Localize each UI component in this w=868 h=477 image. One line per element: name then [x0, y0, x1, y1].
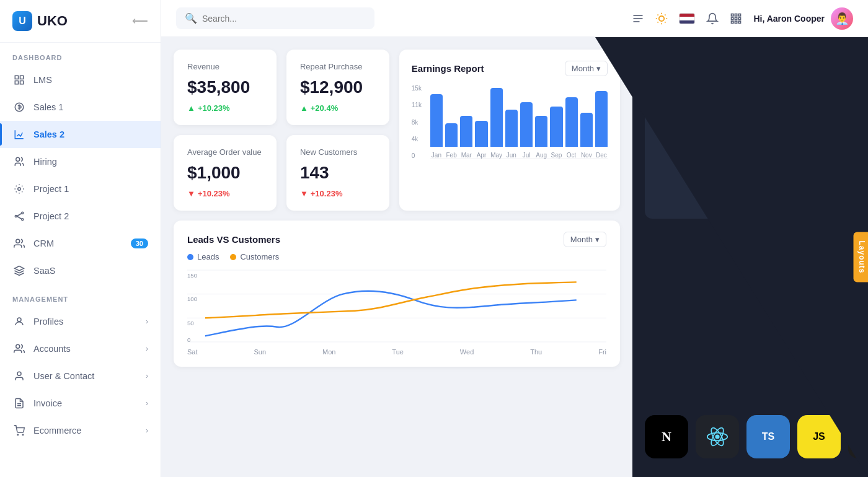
chart-icon	[12, 128, 26, 141]
sidebar-item-sales2-label: Sales 2	[33, 129, 64, 139]
sidebar-item-sales2[interactable]: Sales 2	[0, 121, 161, 148]
layers-icon	[12, 264, 26, 278]
user-area[interactable]: Hi, Aaron Cooper 👨‍💼	[753, 7, 853, 30]
search-input[interactable]	[202, 14, 326, 24]
bar-label: Feb	[446, 152, 456, 159]
sidebar-item-saas-label: SaaS	[33, 266, 55, 276]
javascript-icon[interactable]: JS	[797, 415, 841, 458]
sidebar-item-profiles[interactable]: Profiles ›	[0, 308, 161, 335]
nodes-icon	[12, 209, 26, 223]
dropdown-chevron-icon: ▾	[596, 64, 601, 73]
dashboard-right: Layouts Project Status Avg Range	[632, 37, 868, 477]
svg-rect-36	[732, 17, 733, 19]
sidebar-item-project2[interactable]: Project 2	[0, 203, 161, 230]
earnings-filter-dropdown[interactable]: Month ▾	[565, 61, 608, 76]
leads-chart-title: Leads VS Customers	[187, 234, 280, 245]
bar-column: Aug	[535, 116, 547, 159]
svg-rect-38	[739, 17, 741, 19]
svg-point-15	[16, 344, 20, 348]
x-label-sun: Sun	[254, 348, 266, 356]
bar-mar	[460, 116, 472, 147]
svg-point-5	[16, 157, 20, 161]
leads-dropdown-chevron-icon: ▾	[595, 235, 600, 244]
svg-rect-1	[20, 76, 24, 79]
svg-point-57	[715, 434, 719, 439]
leads-legend-item: Leads	[187, 252, 219, 261]
revenue-value: $35,800	[187, 77, 263, 97]
revenue-label: Revenue	[187, 62, 263, 71]
svg-rect-40	[735, 21, 737, 23]
leads-line	[205, 291, 577, 336]
sidebar-item-project1[interactable]: Project 1	[0, 175, 161, 203]
bar-label: Jun	[507, 152, 516, 159]
sidebar-item-project2-label: Project 2	[33, 211, 69, 221]
search-box[interactable]: 🔍	[176, 7, 374, 29]
x-label-wed: Wed	[460, 348, 474, 356]
typescript-icon[interactable]: TS	[746, 415, 790, 458]
svg-point-8	[22, 212, 24, 214]
avg-value: $1,000	[187, 163, 263, 183]
donut-chart: Avg Range 140	[657, 82, 843, 206]
sidebar-item-saas[interactable]: SaaS	[0, 257, 161, 284]
svg-rect-0	[15, 76, 18, 79]
stat-card-avg-order: Average Order value $1,000 ▼ +10.23%	[174, 135, 277, 211]
sidebar-collapse-button[interactable]: ⟵	[132, 14, 148, 28]
leads-filter-dropdown[interactable]: Month ▾	[564, 232, 606, 247]
stat-card-revenue: Revenue $35,800 ▲ +10.23%	[174, 50, 277, 125]
accounts-chevron-icon: ›	[146, 344, 148, 353]
bar-column: Mar	[460, 116, 472, 159]
tech-stack-area: N TS JS	[645, 229, 856, 465]
sidebar-item-sales1[interactable]: Sales 1	[0, 94, 161, 121]
avg-label: Average Order value	[187, 147, 263, 157]
sidebar-item-crm[interactable]: CRM 30	[0, 230, 161, 257]
bar-label: Sep	[551, 152, 562, 159]
donut-svg: Avg Range 140	[688, 82, 812, 206]
ecommerce-chevron-icon: ›	[146, 426, 148, 435]
logo[interactable]: U UKO	[12, 11, 68, 31]
sidebar-item-crm-label: CRM	[33, 239, 54, 248]
x-label-thu: Thu	[530, 348, 542, 356]
leads-chart-card: Leads VS Customers Month ▾ Leads Custome…	[174, 221, 620, 367]
x-label-sat: Sat	[187, 348, 198, 356]
bar-oct	[565, 97, 578, 147]
sidebar-item-user-contact-label: User & Contact	[33, 371, 94, 381]
bar-label: May	[490, 152, 502, 159]
svg-line-27	[658, 14, 658, 15]
sidebar-item-hiring-label: Hiring	[33, 157, 57, 167]
sidebar-section-dashboard: DASHBOARD	[0, 43, 161, 66]
leads-dot	[187, 254, 193, 260]
grid-icon	[12, 73, 26, 87]
figma-icon[interactable]	[848, 415, 868, 458]
sidebar-item-ecommerce[interactable]: Ecommerce ›	[0, 417, 161, 444]
sidebar-item-project1-label: Project 1	[33, 184, 69, 194]
line-chart-x-labels: Sat Sun Mon Tue Wed Thu Fri	[187, 348, 606, 356]
sidebar-item-invoice[interactable]: Invoice ›	[0, 390, 161, 417]
theme-toggle-icon[interactable]	[655, 12, 668, 25]
x-label-fri: Fri	[598, 348, 606, 356]
apps-icon[interactable]	[730, 12, 742, 25]
sidebar-item-lms[interactable]: LMS	[0, 66, 161, 94]
sidebar-item-hiring[interactable]: Hiring	[0, 148, 161, 175]
sidebar-item-accounts[interactable]: Accounts ›	[0, 335, 161, 362]
flag-icon[interactable]	[679, 13, 695, 24]
project-status-title: Project Status	[657, 62, 843, 72]
svg-text:0: 0	[187, 336, 190, 343]
notifications-icon[interactable]	[706, 12, 719, 25]
customers-legend-label: Customers	[240, 252, 279, 261]
react-icon[interactable]	[696, 415, 739, 458]
svg-point-14	[17, 318, 21, 322]
svg-line-31	[658, 22, 658, 22]
bar-label: Apr	[477, 152, 487, 159]
user-icon	[12, 369, 26, 383]
layouts-tab[interactable]: Layouts	[853, 232, 868, 282]
menu-icon[interactable]	[632, 12, 644, 25]
sidebar-item-user-contact[interactable]: User & Contact ›	[0, 362, 161, 390]
earnings-chart-card: Earnings Report Month ▾ 15k 11k 8k 4k	[399, 50, 620, 211]
nextjs-icon[interactable]: N	[645, 415, 688, 458]
leads-chart-header: Leads VS Customers Month ▾	[187, 232, 606, 247]
stat-card-new-customers: New Customers 143 ▼ +10.23%	[286, 135, 389, 211]
bar-column: Jul	[520, 102, 533, 159]
tech-icons: N TS JS	[645, 415, 868, 465]
svg-line-28	[665, 22, 666, 22]
sidebar-section-management: MANAGEMENT	[0, 284, 161, 308]
